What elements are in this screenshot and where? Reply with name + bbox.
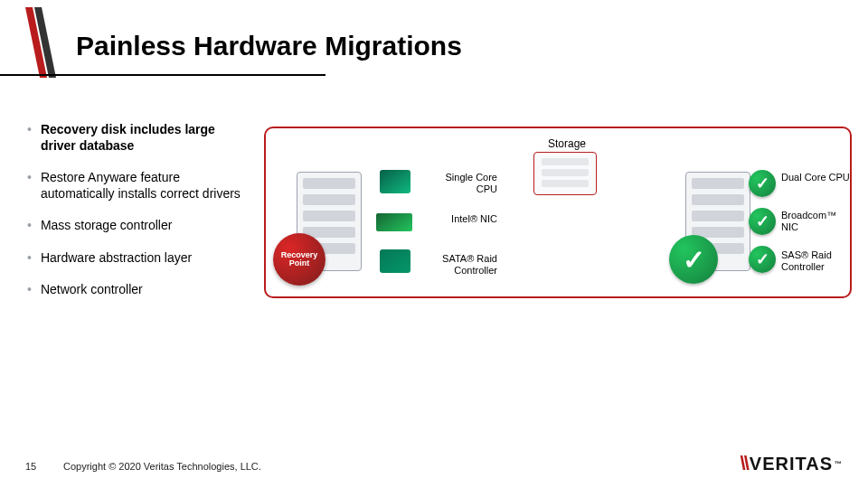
brand-logo: \\ VERITAS ™	[741, 452, 843, 475]
page-number: 15	[25, 461, 36, 472]
storage-label: Storage	[548, 137, 586, 150]
footer: 15 Copyright © 2020 Veritas Technologies…	[0, 437, 868, 488]
bullet-item: Mass storage controller	[27, 218, 253, 234]
bullet-item: Hardware abstraction layer	[27, 250, 253, 267]
bullet-item: Network controller	[27, 282, 253, 298]
source-cpu-label: Single Core CPU	[425, 172, 497, 195]
target-nic-label: Broadcom™ NIC	[781, 210, 854, 233]
raid-card-icon	[380, 249, 410, 273]
brand-name: VERITAS	[750, 454, 833, 474]
brand-tm: ™	[835, 460, 843, 468]
check-icon: ✓	[749, 170, 776, 197]
source-raid-label: SATA® Raid Controller	[425, 253, 497, 277]
target-raid-label: SAS® Raid Controller	[781, 249, 854, 273]
target-cpu-label: Dual Core CPU	[781, 172, 854, 183]
source-nic-label: Intel® NIC	[425, 213, 497, 225]
page-title: Painless Hardware Migrations	[76, 31, 462, 61]
copyright: Copyright © 2020 Veritas Technologies, L…	[63, 461, 261, 472]
bullet-list: Recovery disk includes large driver data…	[27, 122, 253, 314]
brand-slash-icon: \\	[741, 452, 748, 475]
check-icon: ✓	[749, 246, 776, 273]
recovery-point-badge: Recovery Point	[273, 233, 326, 286]
check-icon-large: ✓	[669, 235, 718, 284]
bullet-item: Restore Anyware feature automatically in…	[27, 170, 253, 202]
title-underline	[0, 74, 326, 76]
cpu-chip-icon	[380, 170, 410, 193]
bullet-item: Recovery disk includes large driver data…	[27, 122, 253, 154]
nic-card-icon	[376, 213, 412, 231]
brand-slash-mark	[25, 7, 56, 78]
storage-icon	[533, 152, 597, 195]
check-icon: ✓	[749, 208, 776, 235]
